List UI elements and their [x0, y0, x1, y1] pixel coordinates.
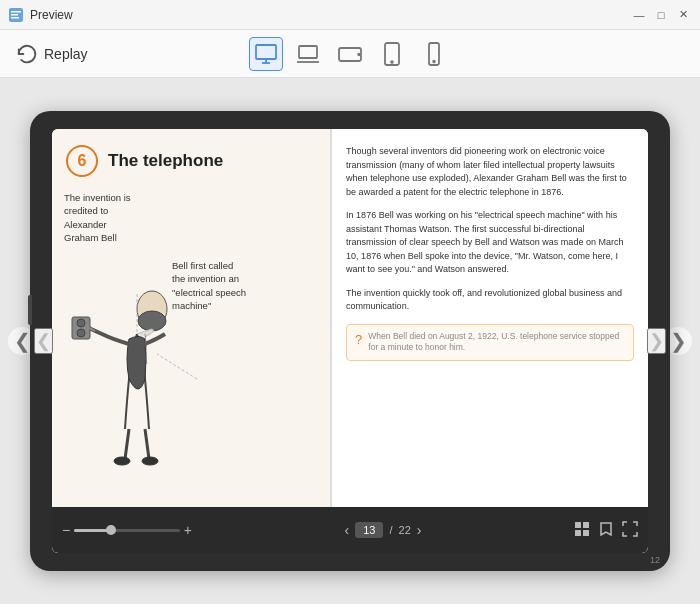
svg-point-13: [391, 61, 393, 63]
device-tablet-landscape-button[interactable]: [333, 37, 367, 71]
svg-point-15: [433, 60, 435, 62]
svg-point-19: [142, 457, 158, 465]
svg-line-24: [157, 354, 197, 379]
svg-rect-7: [299, 46, 317, 58]
chapter-number: 6: [66, 145, 98, 177]
svg-point-18: [114, 457, 130, 465]
bookmark-button[interactable]: [598, 521, 614, 540]
tablet-portrait-icon: [380, 42, 404, 66]
device-mobile-button[interactable]: [417, 37, 451, 71]
device-selector: [249, 37, 451, 71]
app-title: Preview: [30, 8, 73, 22]
svg-rect-25: [575, 522, 581, 528]
bottom-toolbar-icons: [574, 521, 638, 540]
right-page-para-3: The invention quickly took off, and revo…: [346, 287, 634, 314]
next-page-button[interactable]: ›: [417, 522, 422, 538]
total-pages: 22: [399, 524, 411, 536]
app-icon: [8, 7, 24, 23]
chapter-title: The telephone: [108, 151, 223, 171]
close-button[interactable]: ✕: [674, 6, 692, 24]
title-bar-left: Preview: [8, 7, 73, 23]
zoom-slider-track[interactable]: [74, 529, 180, 532]
book-right-page: Though several inventors did pioneering …: [332, 129, 648, 507]
prev-page-button[interactable]: ‹: [345, 522, 350, 538]
main-content: ❮ ❯ ❮ ❯ 6 The telephone The invention is…: [0, 78, 700, 604]
title-bar: Preview — □ ✕: [0, 0, 700, 30]
zoom-slider-section: − +: [62, 522, 192, 538]
maximize-button[interactable]: □: [652, 6, 670, 24]
svg-point-11: [358, 53, 360, 55]
zoom-slider-thumb[interactable]: [106, 525, 116, 535]
svg-rect-28: [583, 530, 589, 536]
svg-point-21: [77, 319, 85, 327]
tablet-screen: 6 The telephone The invention is credite…: [52, 129, 648, 553]
current-page: 13: [355, 522, 383, 538]
chapter-header: 6 The telephone: [66, 145, 316, 177]
device-desktop-button[interactable]: [249, 37, 283, 71]
svg-rect-4: [256, 45, 276, 59]
zoom-in-button[interactable]: +: [184, 522, 192, 538]
svg-rect-3: [11, 17, 19, 19]
right-page-para-2: In 1876 Bell was working on his "electri…: [346, 209, 634, 277]
tablet-nav-left[interactable]: ❮: [34, 328, 53, 354]
device-tablet-button[interactable]: [375, 37, 409, 71]
book-left-page: 6 The telephone The invention is credite…: [52, 129, 332, 507]
replay-label: Replay: [44, 46, 88, 62]
replay-button[interactable]: Replay: [16, 43, 88, 65]
tip-text: When Bell died on August 2, 1922, U.S. t…: [368, 331, 625, 355]
window-controls: — □ ✕: [630, 6, 692, 24]
right-page-para-1: Though several inventors did pioneering …: [346, 145, 634, 199]
fullscreen-icon: [622, 521, 638, 537]
desktop-icon: [254, 42, 278, 66]
device-laptop-button[interactable]: [291, 37, 325, 71]
zoom-out-button[interactable]: −: [62, 522, 70, 538]
svg-point-22: [77, 329, 85, 337]
grid-view-button[interactable]: [574, 521, 590, 540]
toolbar: Replay: [0, 30, 700, 78]
annotation-inventor: The invention is credited to Alexander G…: [64, 191, 132, 244]
tablet-landscape-icon: [338, 42, 362, 66]
svg-rect-26: [583, 522, 589, 528]
minimize-button[interactable]: —: [630, 6, 648, 24]
bookmark-icon: [598, 521, 614, 537]
svg-rect-2: [11, 14, 18, 16]
fullscreen-button[interactable]: [622, 521, 638, 540]
tablet-nav-right[interactable]: ❯: [647, 328, 666, 354]
book-pages: 6 The telephone The invention is credite…: [52, 129, 648, 507]
telephone-illustration: [57, 279, 232, 479]
tip-box: ? When Bell died on August 2, 1922, U.S.…: [346, 324, 634, 362]
tablet-volume-bumper: [28, 295, 32, 325]
tip-icon: ?: [355, 332, 362, 347]
tablet-frame: ❮ ❯ 6 The telephone The invention is cre…: [30, 111, 670, 571]
svg-rect-1: [11, 11, 21, 13]
page-separator: /: [389, 524, 392, 536]
grid-icon: [574, 521, 590, 537]
laptop-icon: [296, 42, 320, 66]
svg-rect-27: [575, 530, 581, 536]
replay-icon: [16, 43, 38, 65]
page-nav-section: ‹ 13 / 22 ›: [345, 522, 422, 538]
svg-point-17: [138, 311, 166, 331]
mobile-icon: [422, 42, 446, 66]
reader-bottom-bar: − + ‹ 13 / 22 ›: [52, 507, 648, 553]
